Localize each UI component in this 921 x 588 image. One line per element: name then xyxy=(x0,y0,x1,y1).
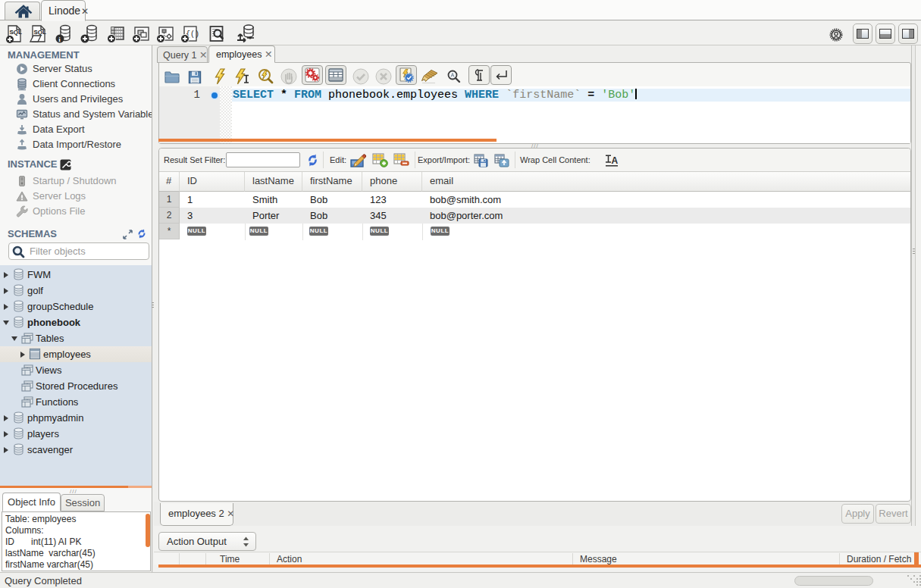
svg-text:SQL: SQL xyxy=(10,29,23,36)
svg-text:A: A xyxy=(612,155,619,166)
svg-text:SQL: SQL xyxy=(34,29,47,36)
